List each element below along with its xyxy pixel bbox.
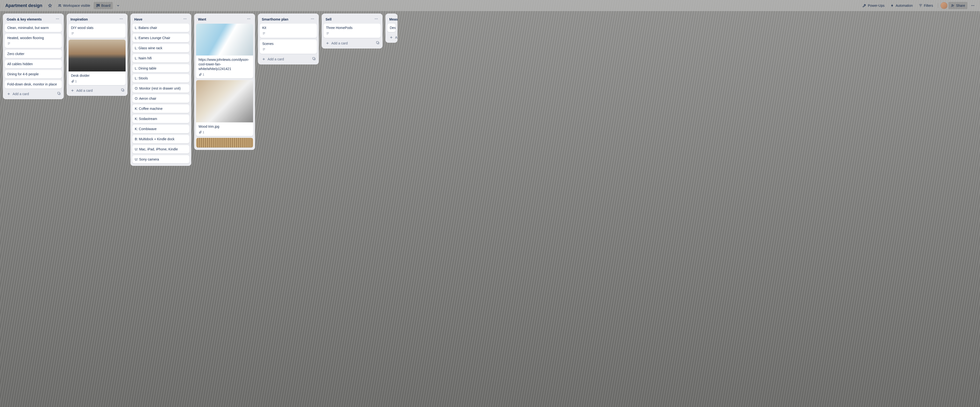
attachment-icon xyxy=(71,79,75,83)
card-template-button[interactable] xyxy=(375,40,380,46)
card[interactable]: All cables hidden xyxy=(5,60,62,68)
list-menu-button[interactable] xyxy=(119,16,124,22)
card[interactable]: L: Glass wine rack xyxy=(132,44,189,52)
board-menu-button[interactable] xyxy=(969,2,977,9)
list-title[interactable]: Meas xyxy=(389,17,398,21)
card[interactable]: Scenes xyxy=(260,40,317,54)
list-header: Want xyxy=(196,16,253,24)
list-title[interactable]: Goals & key elements xyxy=(7,17,42,21)
card[interactable]: Desk divider1 xyxy=(68,40,126,85)
powerups-button[interactable]: Power-Ups xyxy=(860,2,887,9)
card[interactable]: Clean, minimalist, but warm xyxy=(5,24,62,32)
svg-point-6 xyxy=(952,5,953,6)
plus-icon xyxy=(7,92,11,96)
board-canvas[interactable]: Goals & key elementsClean, minimalist, b… xyxy=(0,11,980,407)
filters-label: Filters xyxy=(924,4,933,8)
list-menu-button[interactable] xyxy=(374,16,379,22)
card[interactable]: B: Multidock + Kindle dock xyxy=(132,135,189,143)
svg-point-20 xyxy=(186,19,186,19)
card[interactable]: L: Naim hifi xyxy=(132,54,189,62)
card[interactable]: O: Monitor (rest in drawer unit) xyxy=(132,84,189,93)
list-title[interactable]: Inspiration xyxy=(70,17,88,21)
svg-rect-3 xyxy=(97,4,98,6)
list-title[interactable]: Want xyxy=(198,17,206,21)
card[interactable]: U: Mac, iPad, iPhone, Kindle xyxy=(132,145,189,154)
card-title: Zero clutter xyxy=(7,52,59,56)
card-template-button[interactable] xyxy=(56,91,62,97)
svg-point-29 xyxy=(376,19,377,19)
card-title: Wood trim.jpg xyxy=(199,124,251,129)
card-template-button[interactable] xyxy=(120,87,126,94)
board-icon xyxy=(96,4,100,8)
description-badge xyxy=(326,32,329,36)
card[interactable]: O: Aeron chair xyxy=(132,94,189,103)
add-card-button[interactable]: Add a card xyxy=(324,40,373,46)
add-card-button[interactable]: Ad xyxy=(387,34,398,41)
svg-point-1 xyxy=(60,5,61,5)
description-badge xyxy=(262,48,266,52)
card[interactable]: Three HomePods xyxy=(324,24,380,38)
card[interactable]: https://www.johnlewis.com/dyson-cool-tow… xyxy=(196,24,253,78)
card[interactable]: Heated, wooden flooring xyxy=(5,34,62,48)
card[interactable]: DIY wood slats xyxy=(68,24,126,38)
svg-point-30 xyxy=(377,19,377,19)
member-avatar[interactable] xyxy=(941,2,947,9)
view-switcher-button[interactable] xyxy=(114,2,123,9)
card-title: Clean, minimalist, but warm xyxy=(7,25,59,30)
card[interactable]: Zero clutter xyxy=(5,50,62,58)
dots-icon xyxy=(374,17,378,21)
list-header: Goals & key elements xyxy=(5,16,62,24)
card[interactable]: Fold-down desk, monitor in place xyxy=(5,80,62,89)
list-header: Smarthome plan xyxy=(260,16,317,24)
card[interactable]: Wood trim.jpg1 xyxy=(196,80,253,136)
workspace-visibility-button[interactable]: Workspace visible xyxy=(55,2,93,9)
card-title: All cables hidden xyxy=(7,62,59,67)
svg-point-26 xyxy=(313,19,314,19)
card[interactable]: K: Sodastream xyxy=(132,114,189,123)
card-badges xyxy=(262,32,315,36)
card[interactable]: U: Sony camera xyxy=(132,155,189,164)
board-name[interactable]: Apartment design xyxy=(3,2,45,10)
svg-point-7 xyxy=(971,5,972,6)
list-title[interactable]: Sell xyxy=(326,17,332,21)
card-title: K: Combiwave xyxy=(135,127,187,131)
svg-rect-2 xyxy=(97,4,97,7)
list-title[interactable]: Have xyxy=(134,17,142,21)
automation-button[interactable]: Automation xyxy=(888,2,915,9)
card[interactable]: L: Eames Lounge Chair xyxy=(132,34,189,42)
dots-icon xyxy=(310,17,315,21)
card-title: K: Coffee machine xyxy=(135,107,187,111)
description-badge xyxy=(262,32,266,36)
card[interactable]: L: Balans chair xyxy=(132,24,189,32)
powerups-label: Power-Ups xyxy=(868,4,885,8)
card[interactable]: K: Coffee machine xyxy=(132,105,189,113)
card[interactable]: Kit xyxy=(260,24,317,38)
card-template-button[interactable] xyxy=(311,56,317,62)
card[interactable]: L: Stools xyxy=(132,74,189,83)
add-card-button[interactable]: Add a card xyxy=(260,56,310,62)
board-view-button[interactable]: Board xyxy=(94,2,113,9)
card-badges: 1 xyxy=(199,130,251,134)
list: SellThree HomePodsAdd a card xyxy=(322,14,383,49)
card[interactable]: Dining for 4-6 people xyxy=(5,70,62,78)
list-menu-button[interactable] xyxy=(183,16,188,22)
list-menu-button[interactable] xyxy=(246,16,251,22)
filters-button[interactable]: Filters xyxy=(916,2,935,9)
svg-point-23 xyxy=(250,19,250,19)
card[interactable]: Desk xyxy=(387,24,396,32)
card-title: O: Monitor (rest in drawer unit) xyxy=(135,86,187,91)
list-title[interactable]: Smarthome plan xyxy=(262,17,288,21)
share-button[interactable]: Share xyxy=(948,2,967,9)
card[interactable]: K: Combiwave xyxy=(132,125,189,133)
card[interactable]: L: Dining table xyxy=(132,64,189,73)
star-board-button[interactable] xyxy=(46,2,54,9)
list-menu-button[interactable] xyxy=(310,16,315,22)
list: Wanthttps://www.johnlewis.com/dyson-cool… xyxy=(194,14,255,150)
svg-rect-17 xyxy=(121,89,123,91)
card[interactable] xyxy=(196,138,253,148)
list-menu-button[interactable] xyxy=(55,16,60,22)
add-card-button[interactable]: Add a card xyxy=(5,91,54,97)
card-title: Scenes xyxy=(262,41,315,46)
share-icon xyxy=(951,4,955,8)
add-card-button[interactable]: Add a card xyxy=(68,87,118,94)
